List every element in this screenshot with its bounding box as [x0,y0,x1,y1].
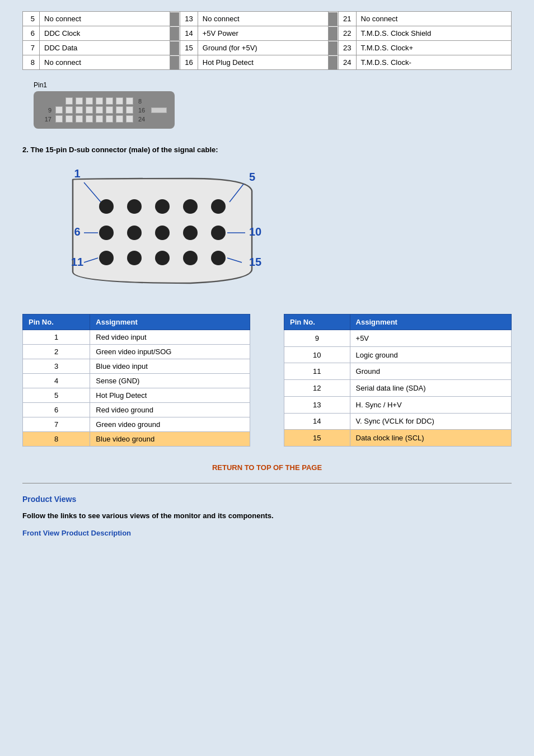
pin-assignment: Serial data line (SDA) [350,380,511,397]
table-row: 15 Data clock line (SCL) [284,430,512,447]
dvi-connector-diagram: 8 9 16 17 [34,91,175,129]
color-box [329,41,339,55]
pin-number: 12 [284,380,350,397]
pin-assignment: Ground [350,363,511,380]
table-row: 3 Blue video input [23,359,250,374]
return-to-top[interactable]: RETURN TO TOP OF THE PAGE [22,463,512,472]
svg-text:5: 5 [249,171,255,183]
pin-table-left: Pin No. Assignment 1 Red video input 2 G… [22,314,250,447]
pin-label: No connect [40,12,170,26]
dsub-diagram: 1 5 6 10 [28,163,512,297]
pin-num: 8 [23,55,40,70]
left-col1-header: Pin No. [23,314,90,330]
pin-assignment: Logic ground [350,346,511,363]
pin-num: 6 [23,26,40,41]
pin-label: No connect [198,12,328,26]
pin-num: 5 [23,12,40,26]
pin-assignment: V. Sync (VCLK for DDC) [350,413,511,430]
dsub-pin3 [155,199,170,214]
pin-num: 14 [180,26,198,41]
svg-text:11: 11 [71,256,83,268]
pin-number: 14 [284,413,350,430]
dsub-pin14 [183,251,198,265]
right-col2-header: Assignment [350,314,511,330]
dvi-row-1: 8 [41,97,167,105]
pin-assignment: Green video input/SOG [90,345,250,359]
table-row: 1 Red video input [23,330,250,345]
pin-label: DDC Clock [40,26,170,41]
pin-number: 13 [284,396,350,413]
dsub-pin8 [155,226,170,240]
right-col1-header: Pin No. [284,314,350,330]
pin-assignment: Blue video input [90,359,250,374]
table-row: 9 +5V [284,330,512,347]
table-row: 12 Serial data line (SDA) [284,380,512,397]
color-box [329,55,339,70]
dvi-row3-start: 17 [41,116,51,123]
svg-text:1: 1 [74,167,80,180]
pin-number: 9 [284,330,350,347]
table-row: 5 Hot Plug Detect [23,388,250,403]
pin-assignment: Red video input [90,330,250,345]
dsub-pin5 [211,199,226,214]
pin-number: 11 [284,363,350,380]
pin-num: 7 [23,41,40,55]
table-row: 8 Blue video ground [23,432,250,447]
svg-text:10: 10 [249,226,261,238]
pin-label: +5V Power [198,26,328,41]
dsub-pin12 [127,251,142,265]
pin-num: 24 [339,55,356,70]
table-row: 13 H. Sync / H+V [284,396,512,413]
pin-label: No connect [40,55,170,70]
main-content: 5 No connect 13 No connect 21 No connect… [0,0,534,756]
pin-number: 1 [23,330,90,345]
top-pin-table: 5 No connect 13 No connect 21 No connect… [22,11,512,70]
svg-text:6: 6 [74,226,80,238]
table-row: 10 Logic ground [284,346,512,363]
pin-label: T.M.D.S. Clock+ [356,41,511,55]
dsub-pin2 [127,199,142,214]
pin-number: 2 [23,345,90,359]
dsub-pin10 [211,226,226,240]
pin-assignment: +5V [350,330,511,347]
pin1-label: Pin1 [34,81,512,89]
dvi-row2-start: 9 [41,107,51,114]
table-row: 7 Green video ground [23,417,250,432]
pin-number: 6 [23,403,90,417]
pin-label: No connect [356,12,511,26]
pin-table-right: Pin No. Assignment 9 +5V 10 Logic ground… [284,314,512,447]
dvi-row2-end: 16 [138,107,145,114]
table-row: 2 Green video input/SOG [23,345,250,359]
pin-assignment: Sense (GND) [90,374,250,388]
section-divider [22,483,512,483]
pin-label: T.M.D.S. Clock- [356,55,511,70]
table-row: 4 Sense (GND) [23,374,250,388]
return-link-text[interactable]: RETURN TO TOP OF THE PAGE [212,463,322,472]
pin-number: 10 [284,346,350,363]
pin-assignment: Hot Plug Detect [90,388,250,403]
color-box [170,26,180,41]
pin-label: T.M.D.S. Clock Shield [356,26,511,41]
pin-label: Ground (for +5V) [198,41,328,55]
dsub-pin11 [99,251,114,265]
dvi-blade [151,107,167,113]
pin-assignment: Data clock line (SCL) [350,430,511,447]
dvi-row-3: 17 24 [41,115,167,123]
product-views-link[interactable]: Product Views [22,495,76,504]
top-table-row: 5 No connect 13 No connect 21 No connect [23,12,512,26]
pin-num: 23 [339,41,356,55]
pin-number: 8 [23,432,90,447]
dsub-pin4 [183,199,198,214]
table-spacer [261,314,273,447]
pin-number: 5 [23,388,90,403]
color-box [170,55,180,70]
dsub-pin7 [127,226,142,240]
pin-num: 16 [180,55,198,70]
color-box [170,12,180,26]
product-views-section: Product Views Follow the links to see va… [22,495,512,537]
front-view-link[interactable]: Front View Product Description [22,529,131,537]
dvi-row-2: 9 16 [41,106,167,114]
dvi-connector-section: Pin1 8 9 [34,81,512,129]
dsub-heading: 2. The 15-pin D-sub connector (male) of … [22,145,512,154]
pin-num: 13 [180,12,198,26]
